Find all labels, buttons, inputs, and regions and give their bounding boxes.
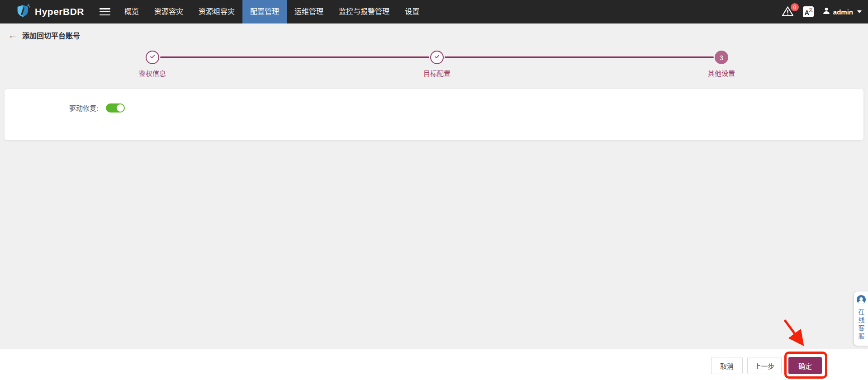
step1-circle xyxy=(146,51,159,64)
driver-repair-row: 驱动修复: xyxy=(69,103,863,113)
nav-item-monitoring-alarm[interactable]: 监控与报警管理 xyxy=(331,0,397,23)
driver-repair-toggle[interactable] xyxy=(106,103,125,113)
nav-item-ops-management[interactable]: 运维管理 xyxy=(287,0,331,23)
main-nav: 概览 资源容灾 资源组容灾 配置管理 运维管理 监控与报警管理 设置 xyxy=(117,0,427,23)
headset-icon xyxy=(856,295,866,306)
step-other-settings[interactable]: 3 其他设置 xyxy=(708,51,735,78)
step2-circle xyxy=(430,51,444,64)
page-header: ← 添加回切平台账号 xyxy=(8,30,80,41)
online-support-tab[interactable]: 在线客服 xyxy=(854,291,868,346)
navbar-right-group: 0 A 文 admin xyxy=(782,6,862,18)
online-support-label: 在线客服 xyxy=(858,309,864,341)
nav-item-config-management[interactable]: 配置管理 xyxy=(242,0,287,23)
brand-logo-icon xyxy=(16,3,31,20)
hamburger-menu-icon[interactable] xyxy=(100,8,110,15)
brand: HyperBDR xyxy=(16,3,84,20)
alert-triangle-icon xyxy=(782,10,794,18)
language-switch-button[interactable]: A 文 xyxy=(803,6,814,17)
step3-label: 其他设置 xyxy=(708,68,735,78)
notification-alert-button[interactable]: 0 xyxy=(782,6,794,18)
page-title: 添加回切平台账号 xyxy=(22,30,80,41)
step-authentication[interactable]: 鉴权信息 xyxy=(139,51,166,78)
nav-item-settings[interactable]: 设置 xyxy=(397,0,427,23)
confirm-button[interactable]: 确定 xyxy=(788,357,822,374)
notification-badge: 0 xyxy=(791,3,799,11)
settings-card: 驱动修复: xyxy=(5,89,863,140)
cancel-button[interactable]: 取消 xyxy=(711,357,743,374)
driver-repair-label: 驱动修复: xyxy=(69,103,98,113)
step-target-config[interactable]: 目标配置 xyxy=(423,51,451,78)
language-icon-cjk: 文 xyxy=(809,7,813,13)
nav-item-overview[interactable]: 概览 xyxy=(117,0,147,23)
brand-name: HyperBDR xyxy=(35,6,84,17)
previous-step-button[interactable]: 上一步 xyxy=(747,357,782,374)
footer-bar: 取消 上一步 确定 xyxy=(0,349,868,380)
username: admin xyxy=(833,8,853,16)
step3-circle: 3 xyxy=(715,51,728,64)
stepper-connector xyxy=(160,56,429,58)
check-icon xyxy=(149,53,156,62)
user-icon xyxy=(822,7,830,17)
nav-item-resource-group-dr[interactable]: 资源组容灾 xyxy=(191,0,242,23)
stepper-connector xyxy=(445,56,714,58)
top-navbar: HyperBDR 概览 资源容灾 资源组容灾 配置管理 运维管理 监控与报警管理… xyxy=(0,0,868,23)
check-icon xyxy=(433,53,441,62)
back-button[interactable]: ← xyxy=(8,31,17,40)
chevron-down-icon xyxy=(857,10,862,13)
step2-label: 目标配置 xyxy=(423,68,451,78)
nav-item-resource-dr[interactable]: 资源容灾 xyxy=(147,0,191,23)
user-menu[interactable]: admin xyxy=(822,7,862,17)
step1-label: 鉴权信息 xyxy=(139,68,166,78)
app-screen: HyperBDR 概览 资源容灾 资源组容灾 配置管理 运维管理 监控与报警管理… xyxy=(0,0,868,380)
toggle-knob xyxy=(117,104,124,112)
annotation-arrow xyxy=(777,315,810,352)
